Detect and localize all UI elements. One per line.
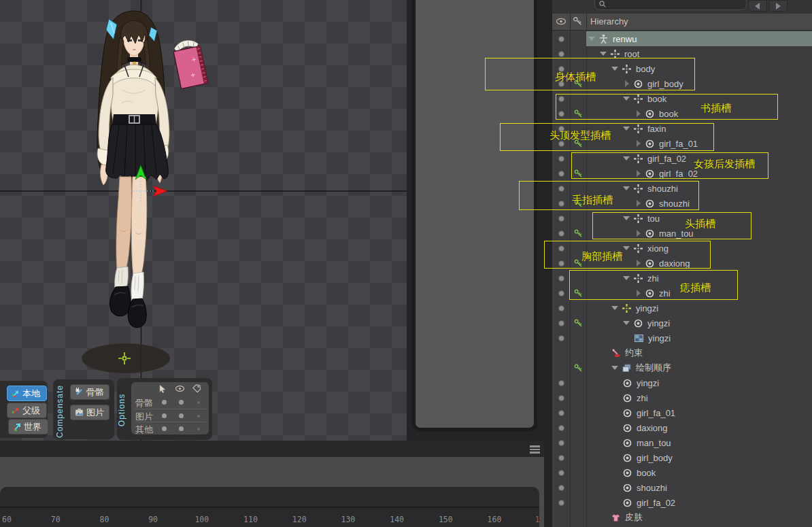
key-icon[interactable]	[574, 259, 583, 268]
disclosure-collapsed-icon[interactable]	[635, 200, 645, 207]
timeline-panel[interactable]: 607080901001101201301401501601	[0, 487, 539, 527]
visibility-dot[interactable]	[558, 66, 564, 72]
disclosure-collapsed-icon[interactable]	[635, 170, 645, 177]
tree-row-shouzhi[interactable]: shouzhi	[552, 196, 812, 211]
key-column-icon[interactable]	[573, 16, 583, 27]
tree-row-book[interactable]: book	[552, 106, 812, 121]
visibility-dot[interactable]	[558, 141, 564, 147]
tree-row-shouzhi[interactable]: shouzhi	[552, 181, 812, 196]
disclosure-expanded-icon[interactable]	[588, 34, 599, 44]
key-icon[interactable]	[574, 109, 583, 118]
visibility-dot[interactable]	[558, 81, 564, 87]
visibility-dot[interactable]	[558, 245, 564, 252]
tree-row-yingzi[interactable]: yingzi	[552, 316, 812, 330]
tree-row-man_tou[interactable]: man_tou	[552, 226, 812, 241]
tree-row-zhi[interactable]: zhi	[552, 271, 812, 286]
disclosure-expanded-icon[interactable]	[623, 243, 634, 254]
disclosure-expanded-icon[interactable]	[611, 64, 622, 74]
key-icon[interactable]	[574, 169, 583, 178]
disclosure-expanded-icon[interactable]	[623, 214, 634, 224]
key-icon[interactable]	[574, 139, 583, 148]
key-icon[interactable]	[574, 199, 583, 208]
tree-row-tou[interactable]: tou	[552, 211, 812, 226]
options-images-tag-dot[interactable]	[197, 415, 200, 418]
disclosure-expanded-icon[interactable]	[611, 303, 622, 313]
visibility-dot[interactable]	[558, 111, 564, 117]
tree-row-zhi[interactable]: zhi	[552, 390, 812, 405]
tree-row-shouzhi[interactable]: shouzhi	[552, 480, 812, 495]
disclosure-collapsed-icon[interactable]	[623, 80, 634, 87]
tree-row-girl_fa_01[interactable]: girl_fa_01	[552, 136, 812, 151]
visibility-dot[interactable]	[558, 290, 564, 296]
tree-row-root[interactable]: root	[552, 46, 812, 61]
visibility-dot[interactable]	[558, 51, 564, 57]
tree-row-girl_fa_02[interactable]: girl_fa_02	[552, 495, 812, 510]
disclosure-expanded-icon[interactable]	[623, 273, 634, 284]
key-icon[interactable]	[574, 319, 583, 328]
tree-row-zhi[interactable]: zhi	[552, 286, 812, 301]
disclosure-expanded-icon[interactable]	[611, 363, 622, 373]
tree-row-girl_fa_02[interactable]: girl_fa_02	[552, 166, 812, 181]
tree-row-girl_fa_01[interactable]: girl_fa_01	[552, 405, 812, 420]
disclosure-collapsed-icon[interactable]	[635, 140, 645, 147]
key-icon[interactable]	[574, 289, 583, 298]
back-button[interactable]	[748, 0, 767, 12]
axes-parent-button[interactable]: 父级	[7, 403, 47, 418]
visibility-dot[interactable]	[558, 440, 564, 446]
disclosure-expanded-icon[interactable]	[623, 124, 634, 134]
tree-row-daxiong[interactable]: daxiong	[552, 420, 812, 435]
visibility-dot[interactable]	[558, 186, 564, 192]
tree-row-daxiong[interactable]: daxiong	[552, 256, 812, 271]
menu-icon[interactable]	[530, 445, 540, 455]
visibility-dot[interactable]	[558, 231, 564, 237]
visibility-dot[interactable]	[558, 335, 564, 341]
options-bones-tag-dot[interactable]	[197, 401, 200, 404]
tree-row-book[interactable]: book	[552, 91, 812, 106]
search-input[interactable]	[594, 0, 747, 10]
tree-row-皮肤[interactable]: 皮肤	[552, 510, 812, 525]
tree-row-绘制顺序[interactable]: 绘制顺序	[552, 360, 812, 375]
tree-row-yingzi[interactable]: yingzi	[552, 330, 812, 345]
key-icon[interactable]	[574, 229, 583, 238]
disclosure-collapsed-icon[interactable]	[635, 110, 645, 117]
visibility-dot[interactable]	[558, 96, 564, 102]
forward-button[interactable]	[769, 0, 788, 12]
options-images-view-dot[interactable]	[179, 413, 184, 418]
disclosure-expanded-icon[interactable]	[623, 154, 634, 164]
options-other-select-dot[interactable]	[162, 426, 167, 431]
visibility-dot[interactable]	[558, 470, 564, 476]
tree-row-book[interactable]: book	[552, 465, 812, 480]
tree-row-man_tou[interactable]: man_tou	[552, 435, 812, 450]
disclosure-expanded-icon[interactable]	[623, 94, 634, 104]
visibility-dot[interactable]	[558, 36, 564, 42]
disclosure-collapsed-icon[interactable]	[635, 230, 645, 237]
disclosure-collapsed-icon[interactable]	[635, 290, 645, 296]
visibility-dot[interactable]	[558, 216, 564, 222]
visibility-dot[interactable]	[558, 260, 564, 267]
tree-row-约束[interactable]: 约束	[552, 345, 812, 360]
disclosure-expanded-icon[interactable]	[600, 49, 611, 59]
options-other-tag-dot[interactable]	[197, 428, 200, 430]
visibility-dot[interactable]	[558, 156, 564, 162]
tree-row-yingzi[interactable]: yingzi	[552, 375, 812, 390]
tree-row-girl_body[interactable]: girl_body	[552, 450, 812, 465]
visibility-dot[interactable]	[558, 126, 564, 132]
visibility-dot[interactable]	[558, 171, 564, 177]
viewport-canvas[interactable]	[0, 0, 407, 441]
visibility-dot[interactable]	[558, 455, 564, 461]
compensate-images-button[interactable]: 图片	[70, 405, 109, 420]
timeline-ruler[interactable]: 607080901001101201301401501601	[0, 515, 539, 526]
disclosure-expanded-icon[interactable]	[623, 184, 634, 194]
options-bones-view-dot[interactable]	[179, 400, 184, 405]
visibility-dot[interactable]	[558, 500, 564, 506]
key-icon[interactable]	[574, 364, 583, 373]
tree-row-faxin[interactable]: faxin	[552, 121, 812, 136]
tree-row-girl_body[interactable]: girl_body	[552, 76, 812, 91]
disclosure-collapsed-icon[interactable]	[635, 260, 645, 267]
tree-row-renwu[interactable]: renwu	[552, 31, 812, 46]
visibility-dot[interactable]	[558, 275, 564, 282]
tree-row-xiong[interactable]: xiong	[552, 241, 812, 256]
compensate-bones-button[interactable]: 骨骼	[70, 384, 109, 400]
eye-column-icon[interactable]	[556, 16, 566, 27]
visibility-dot[interactable]	[558, 395, 564, 401]
